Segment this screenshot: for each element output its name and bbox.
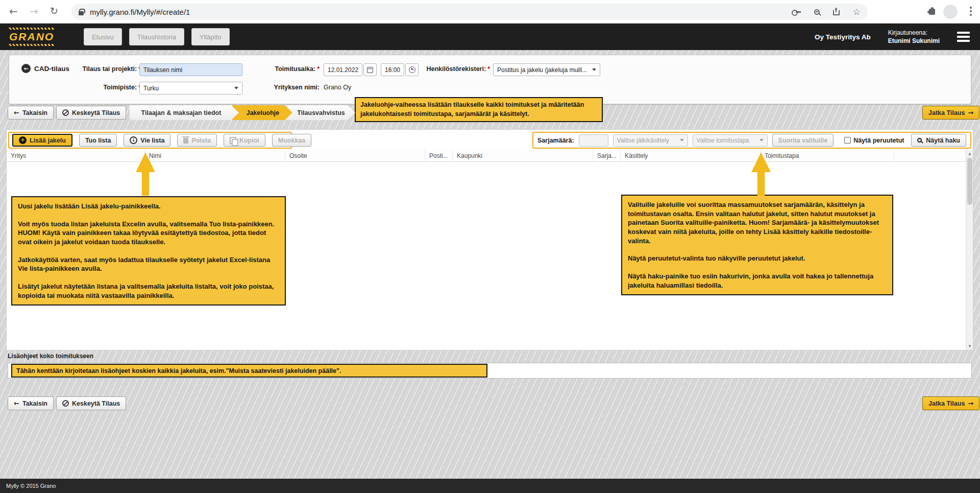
- note-paragraph: Voit myös tuoda listan jakeluista Exceli…: [18, 220, 279, 247]
- chevron-down-icon: [760, 139, 764, 142]
- download-circle-icon: [130, 136, 137, 144]
- cancel-icon: [62, 400, 69, 407]
- back-button-top[interactable]: ←Takaisin: [8, 106, 54, 120]
- copy-button[interactable]: Kopioi: [224, 134, 265, 147]
- note-paragraph: Uusi jakelu lisätään Lisää jakelu-painik…: [18, 202, 279, 211]
- app-footer: Mylly © 2015 Grano: [0, 479, 980, 493]
- col-yritys[interactable]: Yritys: [7, 150, 145, 161]
- delivery-time-label: Toimitusaika:*: [258, 65, 320, 73]
- key-icon[interactable]: [792, 9, 801, 14]
- lock-icon: [79, 11, 84, 15]
- logged-in-label: Kirjautuneena:: [888, 29, 927, 36]
- toolbar-right-group: Sarjamäärä: Valitse jälkikäsittely Valit…: [532, 132, 971, 149]
- company-value: Grano Oy: [324, 84, 351, 91]
- delivery-time-input[interactable]: 16:00: [381, 63, 404, 76]
- import-list-button[interactable]: Tuo lista: [79, 134, 117, 147]
- extensions-icon[interactable]: [929, 9, 935, 15]
- show-search-button[interactable]: Näytä haku: [911, 134, 966, 147]
- delivery-method-select[interactable]: Valitse toimitustapa: [693, 134, 768, 147]
- right-annotation-note: Valituille jakeluille voi suorittaa mass…: [621, 195, 893, 295]
- browser-menu-icon[interactable]: [970, 7, 972, 9]
- order-type-label: CAD-tilaus: [34, 65, 69, 73]
- arrow-right-icon: →: [968, 109, 973, 116]
- company-name: Oy Testiyritys Ab: [815, 33, 871, 41]
- left-annotation-note: Uusi jakelu lisätään Lisää jakelu-painik…: [11, 196, 286, 306]
- logged-in-name: Etunimi Sukunimi: [888, 37, 940, 44]
- project-label: Tilaus tai projekti:*: [76, 65, 141, 73]
- scroll-up-icon[interactable]: ▲: [966, 150, 973, 157]
- series-count-input[interactable]: [579, 134, 608, 147]
- back-circle-icon: ←: [21, 64, 31, 73]
- step-info-note: Jakeluohje-vaiheessa lisätään tilauksell…: [355, 97, 603, 122]
- col-osoite[interactable]: Osoite: [285, 150, 425, 161]
- show-cancelled-label: Näytä peruutetut: [853, 137, 904, 144]
- plus-circle-icon: [19, 136, 27, 144]
- series-count-label: Sarjamäärä:: [537, 137, 574, 144]
- cancel-order-button-top[interactable]: Keskeytä Tilaus: [56, 106, 126, 120]
- url-text[interactable]: mylly.grano.fi/Mylly/#/create/1: [90, 8, 190, 16]
- step-customer-info[interactable]: Tilaajan & maksajan tiedot: [130, 105, 239, 120]
- col-kaupunki[interactable]: Kaupunki: [453, 150, 593, 161]
- scrollbar-thumb[interactable]: [967, 158, 972, 205]
- nav-etusivu[interactable]: Etusivu: [84, 28, 122, 45]
- search-icon: [917, 138, 922, 143]
- chevron-down-icon: [234, 87, 238, 89]
- col-toimitustapa[interactable]: Toimitustapa: [761, 150, 894, 161]
- calendar-button[interactable]: [363, 63, 377, 76]
- step-distribution-active[interactable]: Jakeluohje: [232, 105, 292, 120]
- zoom-out-icon[interactable]: [814, 9, 820, 15]
- cancel-order-button-bottom[interactable]: Keskeytä Tilaus: [56, 396, 126, 410]
- browser-back-icon[interactable]: ←: [9, 6, 18, 16]
- col-nimi[interactable]: Nimi: [145, 150, 285, 161]
- scroll-down-icon[interactable]: ▼: [966, 343, 973, 350]
- registry-select[interactable]: Postitus ja jakelu (jakeluja muill...: [493, 63, 600, 76]
- show-cancelled-group: Näytä peruutetut: [844, 137, 904, 144]
- browser-reload-icon[interactable]: ↻: [50, 6, 58, 16]
- arrow-right-icon: →: [968, 400, 973, 407]
- delete-button[interactable]: Poista: [177, 134, 217, 147]
- cancel-icon: [62, 109, 69, 116]
- bookmark-star-icon[interactable]: ☆: [853, 8, 861, 16]
- login-info: Kirjautuneena: Etunimi Sukunimi: [888, 29, 940, 45]
- apply-to-selected-button[interactable]: Suorita valituille: [772, 134, 834, 147]
- instructions-highlight-note: Tähän kenttään kirjoitetaan lisäohjeet k…: [11, 364, 487, 378]
- company-label: Yrityksen nimi:: [258, 84, 320, 91]
- chevron-down-icon: [680, 139, 684, 142]
- continue-order-button-top[interactable]: Jatka Tilaus→: [922, 106, 979, 120]
- col-sarja[interactable]: Sarja...: [593, 150, 621, 161]
- nav-tilaushistoria[interactable]: Tilaushistoria: [129, 28, 184, 45]
- col-filler: [894, 150, 967, 161]
- office-label: Toimipiste:*: [76, 84, 141, 91]
- col-posti[interactable]: Posti...: [425, 150, 453, 161]
- postprocessing-select[interactable]: Valitse jälkikäsittely: [613, 134, 688, 147]
- note-paragraph: Lisätyt jakelut näytetään listana ja val…: [18, 282, 279, 300]
- add-distribution-button[interactable]: Lisää jakelu: [12, 134, 72, 147]
- instructions-label: Lisäohjeet koko toimitukseen: [8, 353, 93, 360]
- edit-button[interactable]: Muokkaa: [272, 134, 312, 147]
- url-bar[interactable]: mylly.grano.fi/Mylly/#/create/1 ☆: [71, 4, 868, 20]
- share-icon[interactable]: [833, 10, 840, 15]
- profile-avatar[interactable]: [943, 5, 958, 19]
- delivery-date-input[interactable]: 12.01.2022: [324, 63, 362, 76]
- hamburger-menu-icon[interactable]: [957, 30, 970, 44]
- table-scrollbar[interactable]: ▲ ▼: [966, 150, 973, 350]
- back-button-bottom[interactable]: ←Takaisin: [8, 396, 54, 410]
- col-kasittely[interactable]: Käsittely: [621, 150, 761, 161]
- export-list-button[interactable]: Vie lista: [124, 134, 170, 147]
- trash-icon: [183, 138, 188, 144]
- office-select[interactable]: Turku: [139, 82, 242, 95]
- footer-copyright: Mylly © 2015 Grano: [6, 483, 56, 489]
- continue-order-button-bottom[interactable]: Jatka Tilaus→: [922, 396, 979, 410]
- chevron-down-icon: [592, 68, 596, 71]
- arrow-left-icon: ←: [14, 400, 19, 407]
- grano-logo: GRANO: [8, 29, 55, 44]
- project-name-input[interactable]: Tilauksen nimi: [139, 63, 242, 76]
- clock-button[interactable]: [405, 63, 419, 76]
- calendar-icon: [367, 67, 373, 73]
- order-steps: Tilaajan & maksajan tiedot Jakeluohje Ti…: [130, 105, 355, 120]
- browser-forward-icon[interactable]: →: [30, 6, 38, 16]
- show-cancelled-checkbox[interactable]: [844, 137, 851, 144]
- nav-yllapito[interactable]: Ylläpito: [191, 28, 230, 45]
- order-type[interactable]: ← CAD-tilaus: [21, 64, 69, 73]
- step-confirmation[interactable]: Tilausvahvistus: [286, 105, 355, 120]
